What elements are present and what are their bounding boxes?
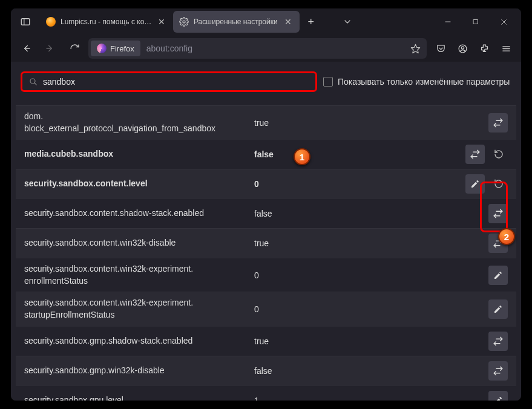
pref-row: security.sandbox.content.level0 (16, 169, 516, 198)
firefox-logo-icon (97, 44, 107, 53)
svg-point-11 (461, 46, 464, 48)
search-icon (28, 77, 38, 87)
forward-button[interactable] (40, 38, 61, 59)
pref-row: media.cubeb.sandboxfalse (16, 139, 516, 169)
pref-name: media.cubeb.sandbox (24, 148, 254, 160)
pref-row: security.sandbox.content.win32k-experime… (16, 258, 516, 292)
titlebar: Lumpics.ru - помощь с компь ✕ Расширенны… (11, 8, 521, 35)
pref-search-input[interactable] (43, 77, 309, 87)
gear-icon (179, 17, 189, 27)
nav-toolbar: Firefox about:config (11, 35, 521, 62)
pref-value: false (254, 366, 488, 376)
tab-label: Lumpics.ru - помощь с компь (61, 18, 152, 26)
tabstrip: Lumpics.ru - помощь с компь ✕ Расширенны… (40, 11, 434, 33)
back-button[interactable] (16, 38, 36, 59)
pref-actions (488, 332, 508, 351)
pref-row: security.sandbox.gmp.shadow-stack.enable… (16, 326, 516, 356)
pref-actions (488, 266, 508, 285)
annotation-badge-2: 2 (498, 228, 515, 245)
toggle-button[interactable] (488, 361, 508, 381)
identity-box[interactable]: Firefox (91, 41, 140, 56)
about-config-content: Показывать только изменённые параметры d… (11, 62, 521, 401)
close-icon[interactable]: ✕ (283, 16, 294, 27)
minimize-button[interactable] (434, 8, 462, 35)
pref-actions (488, 299, 508, 319)
firefox-window: Lumpics.ru - помощь с компь ✕ Расширенны… (11, 8, 521, 401)
tab-overflow-button[interactable] (338, 13, 356, 31)
pref-name: security.sandbox.gmp.shadow-stack.enable… (24, 335, 254, 347)
svg-rect-0 (21, 19, 30, 25)
pref-row: security.sandbox.gmp.win32k-disablefalse (16, 356, 516, 385)
edit-button[interactable] (465, 174, 485, 194)
edit-button[interactable] (488, 299, 508, 319)
prefs-list: dom.block_external_protocol_navigation_f… (16, 105, 516, 401)
extensions-icon[interactable] (474, 38, 494, 59)
tab-label: Расширенные настройки (194, 18, 278, 26)
urlbar[interactable]: Firefox about:config (88, 38, 427, 59)
toolbar-right (430, 38, 516, 59)
window-controls (434, 8, 517, 35)
svg-marker-9 (411, 44, 419, 53)
pref-actions (488, 361, 508, 381)
favicon-lumpics-icon (46, 17, 56, 27)
pocket-icon[interactable] (430, 38, 451, 59)
checkbox-icon (323, 77, 333, 87)
pref-value: true (254, 336, 488, 346)
edit-button[interactable] (488, 266, 508, 285)
pref-row: security.sandbox.content.win32k-experime… (16, 292, 516, 326)
reset-button[interactable] (490, 175, 508, 193)
pref-actions (488, 113, 508, 133)
url-text: about:config (140, 44, 406, 53)
pref-row: security.sandbox.gpu.level1 (16, 385, 516, 401)
pref-name: security.sandbox.gpu.level (24, 394, 254, 401)
pref-value: false (254, 149, 465, 159)
annotation-badge-1: 1 (294, 148, 310, 165)
pref-value: 1 (254, 396, 488, 401)
toggle-button[interactable] (488, 204, 508, 223)
maximize-button[interactable] (462, 8, 490, 35)
pref-name: security.sandbox.content.level (24, 178, 254, 190)
bookmark-star-icon[interactable] (406, 39, 424, 57)
pref-name: security.sandbox.content.win32k-experime… (24, 263, 254, 287)
svg-rect-4 (474, 20, 478, 24)
pref-actions (465, 145, 508, 164)
pref-row: dom.block_external_protocol_navigation_f… (16, 105, 516, 139)
toggle-button[interactable] (488, 113, 508, 133)
close-window-button[interactable] (490, 8, 517, 35)
edit-button[interactable] (488, 391, 508, 401)
pref-name: security.sandbox.content.shadow-stack.en… (24, 208, 254, 220)
pref-value: false (254, 209, 488, 218)
pref-name: security.sandbox.content.win32k-disable (24, 237, 254, 249)
pref-value: 0 (254, 304, 488, 314)
identity-label: Firefox (110, 44, 134, 53)
checkbox-label: Показывать только изменённые параметры (338, 77, 510, 87)
pref-value: true (254, 118, 488, 128)
pref-name: dom.block_external_protocol_navigation_f… (24, 111, 254, 134)
close-icon[interactable]: ✕ (157, 16, 167, 27)
tab-aboutconfig[interactable]: Расширенные настройки ✕ (173, 11, 300, 33)
sidebar-toggle-icon[interactable] (15, 11, 36, 33)
pref-search-box[interactable] (21, 71, 317, 92)
tab-lumpics[interactable]: Lumpics.ru - помощь с компь ✕ (40, 11, 173, 33)
pref-name: security.sandbox.gmp.win32k-disable (24, 365, 254, 377)
pref-row: security.sandbox.content.win32k-disablet… (16, 228, 516, 258)
svg-line-16 (34, 83, 36, 85)
toggle-button[interactable] (465, 145, 485, 164)
pref-value: 0 (254, 179, 465, 189)
pref-value: 0 (254, 270, 488, 280)
toggle-button[interactable] (488, 332, 508, 351)
reset-button[interactable] (490, 145, 508, 163)
svg-point-2 (183, 21, 185, 23)
pref-name: security.sandbox.content.win32k-experime… (24, 297, 254, 321)
pref-row: security.sandbox.content.shadow-stack.en… (16, 198, 516, 228)
menu-icon[interactable] (496, 38, 516, 59)
pref-actions (488, 204, 508, 223)
reload-button[interactable] (64, 38, 85, 59)
new-tab-button[interactable]: + (302, 13, 320, 31)
pref-value: true (254, 238, 488, 248)
pref-actions (488, 391, 508, 401)
search-row: Показывать только изменённые параметры (16, 71, 516, 92)
modified-only-checkbox[interactable]: Показывать только изменённые параметры (323, 77, 510, 87)
pref-actions (465, 174, 508, 194)
account-icon[interactable] (452, 38, 473, 59)
